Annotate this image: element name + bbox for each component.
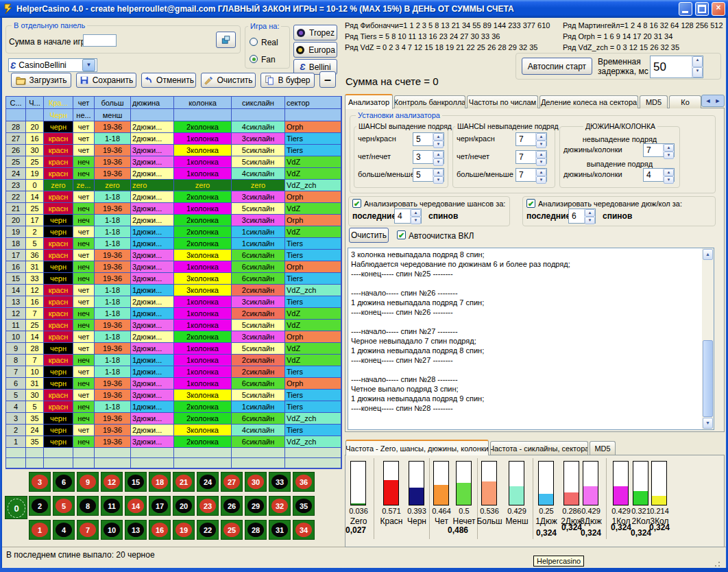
board-cell-4[interactable]: 4 xyxy=(53,520,75,540)
board-number-4[interactable]: 4 xyxy=(56,523,72,537)
board-cell-9[interactable]: 9 xyxy=(77,472,99,492)
board-cell-28[interactable]: 28 xyxy=(245,520,267,540)
action-button-3[interactable]: Отменить xyxy=(141,73,196,88)
scroll-up-icon[interactable]: ▲ xyxy=(703,249,713,260)
board-number-20[interactable]: 20 xyxy=(175,499,192,513)
board-number-1[interactable]: 1 xyxy=(32,523,48,537)
board-number-19[interactable]: 19 xyxy=(175,523,192,537)
board-number-26[interactable]: 26 xyxy=(223,499,240,513)
board-cell-36[interactable]: 36 xyxy=(293,472,315,492)
board-number-28[interactable]: 28 xyxy=(247,523,264,537)
board-number-5[interactable]: 5 xyxy=(56,499,72,513)
board-number-32[interactable]: 32 xyxy=(271,499,288,513)
board-number-6[interactable]: 6 xyxy=(56,475,72,489)
board-cell-31[interactable]: 31 xyxy=(269,520,291,540)
board-number-21[interactable]: 21 xyxy=(175,475,192,489)
chart-tab-1[interactable]: Частота - Zero, шансы, дюжины, колонки xyxy=(345,440,489,455)
board-cell-12[interactable]: 12 xyxy=(101,472,123,492)
minimize-button[interactable] xyxy=(679,2,692,16)
board-cell-27[interactable]: 27 xyxy=(221,472,243,492)
spinner-up-icon[interactable]: ▲ xyxy=(433,151,444,158)
board-number-35[interactable]: 35 xyxy=(295,499,312,513)
board-cell-35[interactable]: 35 xyxy=(293,496,315,516)
spinner-up-icon[interactable]: ▲ xyxy=(585,209,595,217)
spinner-down-icon[interactable]: ▼ xyxy=(536,158,546,166)
board-number-7[interactable]: 7 xyxy=(80,523,96,537)
autoclear-checkbox[interactable]: ✔ xyxy=(397,230,406,239)
spinner-down-icon[interactable]: ▼ xyxy=(664,152,674,159)
board-number-24[interactable]: 24 xyxy=(199,475,216,489)
tab-2[interactable]: Контроль банкролла xyxy=(394,95,465,108)
spinner-up-icon[interactable]: ▲ xyxy=(433,169,444,176)
scroll-down-icon[interactable]: ▼ xyxy=(703,418,713,429)
radio-fan[interactable] xyxy=(250,55,258,63)
action-button-1[interactable]: Загрузить xyxy=(11,73,71,88)
board-cell-22[interactable]: 22 xyxy=(197,520,219,540)
casino-combobox[interactable]: Ɛ CasinoBellini ▼ xyxy=(8,58,97,72)
board-number-13[interactable]: 13 xyxy=(128,523,144,537)
setting-spinner[interactable]: 3▲▼ xyxy=(413,150,444,164)
spinner-up-icon[interactable]: ▲ xyxy=(664,169,674,176)
board-number-36[interactable]: 36 xyxy=(295,475,312,489)
autospin-start-button[interactable]: Автоспин старт xyxy=(522,58,592,75)
tab-4[interactable]: Деление колеса на сектора xyxy=(539,95,638,108)
board-cell-11[interactable]: 11 xyxy=(101,496,123,516)
board-cell-16[interactable]: 16 xyxy=(149,520,171,540)
spinner-up-icon[interactable]: ▲ xyxy=(536,169,546,176)
board-number-33[interactable]: 33 xyxy=(271,475,288,489)
board-cell-23[interactable]: 23 xyxy=(197,496,219,516)
radio-real[interactable] xyxy=(250,38,258,46)
start-sum-input[interactable] xyxy=(83,34,117,47)
delay-spinner[interactable]: 50▲▼ xyxy=(650,56,703,78)
spinner-up-icon[interactable]: ▲ xyxy=(433,133,444,141)
spinner-up-icon[interactable]: ▲ xyxy=(411,209,421,217)
action-button-5[interactable]: В буфер xyxy=(260,73,315,88)
board-cell-8[interactable]: 8 xyxy=(77,496,99,516)
board-cell-15[interactable]: 15 xyxy=(125,472,147,492)
board-number-23[interactable]: 23 xyxy=(199,499,216,513)
board-cell-32[interactable]: 32 xyxy=(269,496,291,516)
board-cell-3[interactable]: 3 xyxy=(29,472,51,492)
casino-button-europa[interactable]: Europa xyxy=(293,42,337,58)
clear-log-button[interactable]: Очистить xyxy=(349,228,389,243)
board-cell-33[interactable]: 33 xyxy=(269,472,291,492)
casino-button-tropez[interactable]: Tropez xyxy=(293,25,337,40)
tab-1[interactable]: Анализатор xyxy=(345,94,393,109)
board-cell-26[interactable]: 26 xyxy=(221,496,243,516)
tab-6[interactable]: Ко xyxy=(669,95,701,108)
board-number-34[interactable]: 34 xyxy=(295,523,312,537)
board-number-18[interactable]: 18 xyxy=(151,475,168,489)
board-cell-1[interactable]: 1 xyxy=(29,520,51,540)
board-number-14[interactable]: 14 xyxy=(128,499,144,513)
board-number-12[interactable]: 12 xyxy=(104,475,120,489)
spinner-up-icon[interactable]: ▲ xyxy=(536,151,546,158)
board-cell-14[interactable]: 14 xyxy=(125,496,147,516)
tab-scroll-left-icon[interactable]: ◄ xyxy=(705,97,712,104)
board-number-31[interactable]: 31 xyxy=(271,523,288,537)
setting-spinner[interactable]: 5▲▼ xyxy=(413,168,444,182)
board-cell-19[interactable]: 19 xyxy=(173,520,195,540)
setting-spinner[interactable]: 7▲▼ xyxy=(515,168,547,182)
spinner-down-icon[interactable]: ▼ xyxy=(411,217,421,224)
spinner-down-icon[interactable]: ▼ xyxy=(536,176,546,184)
setting-spinner[interactable]: 7▲▼ xyxy=(643,143,675,157)
board-cell-13[interactable]: 13 xyxy=(125,520,147,540)
board-number-22[interactable]: 22 xyxy=(199,523,216,537)
board-cell-7[interactable]: 7 xyxy=(77,520,99,540)
board-zero[interactable]: 0 xyxy=(5,496,27,519)
board-cell-10[interactable]: 10 xyxy=(101,520,123,540)
setting-spinner[interactable]: 5▲▼ xyxy=(413,132,444,146)
board-cell-29[interactable]: 29 xyxy=(245,496,267,516)
spinner-down-icon[interactable]: ▼ xyxy=(585,217,595,224)
alt-chances-spinner[interactable]: 4▲▼ xyxy=(394,208,422,224)
alt-chances-checkbox[interactable]: ✔ xyxy=(352,199,361,208)
action-button-4[interactable]: Очистить xyxy=(201,73,256,88)
board-number-8[interactable]: 8 xyxy=(80,499,96,513)
spinner-up-icon[interactable]: ▲ xyxy=(692,56,703,67)
board-number-9[interactable]: 9 xyxy=(80,475,96,489)
chart-tab-3[interactable]: MD5 xyxy=(590,441,616,455)
alt-dozens-checkbox[interactable]: ✔ xyxy=(526,199,535,208)
board-number-16[interactable]: 16 xyxy=(151,523,168,537)
chart-tab-2[interactable]: Частота - сиклайны, сектора xyxy=(490,441,588,455)
setting-spinner[interactable]: 7▲▼ xyxy=(515,150,547,164)
